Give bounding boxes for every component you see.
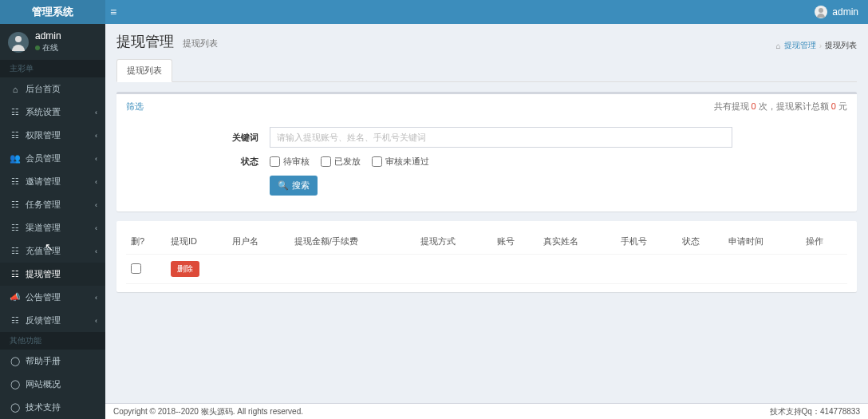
- dashboard-icon: ☷: [10, 315, 21, 326]
- status-option[interactable]: 已发放: [321, 156, 361, 168]
- status-option[interactable]: 待审核: [270, 156, 310, 168]
- home-icon: ⌂: [10, 85, 21, 94]
- user-avatar-icon: [8, 32, 29, 53]
- chevron-left-icon: ‹: [95, 178, 97, 186]
- sidebar-item-label: 后台首页: [26, 83, 61, 95]
- sidebar-item-网站概况[interactable]: ◯网站概况: [0, 373, 105, 396]
- chevron-left-icon: ‹: [95, 201, 97, 209]
- sidebar-item-反馈管理[interactable]: ☷反馈管理‹: [0, 309, 105, 332]
- sidebar-item-渠道管理[interactable]: ☷渠道管理‹: [0, 216, 105, 239]
- page-title: 提现管理 提现列表: [116, 32, 218, 51]
- kw-label: 关键词: [126, 132, 270, 144]
- status-option[interactable]: 审核未通过: [372, 156, 429, 168]
- tab-withdraw-list[interactable]: 提现列表: [116, 59, 172, 82]
- filter-header: 筛选 共有提现 0 次，提现累计总额 0 元: [116, 94, 857, 119]
- sidebar-item-label: 邀请管理: [26, 176, 61, 188]
- sidebar-item-会员管理[interactable]: 👥会员管理‹: [0, 147, 105, 170]
- table-col: 操作: [801, 229, 848, 255]
- sidebar-toggle-icon[interactable]: ≡: [110, 6, 116, 18]
- sidebar-item-label: 权限管理: [26, 129, 61, 141]
- footer-right: 技术支持Qq：414778833: [770, 406, 860, 417]
- status-options: 待审核已发放审核未通过: [270, 156, 429, 168]
- chevron-left-icon: ‹: [95, 224, 97, 232]
- filter-box: 筛选 共有提现 0 次，提现累计总额 0 元 关键词 状态 待审核已发放审核未通…: [116, 92, 857, 211]
- dashboard-icon: ☷: [10, 107, 21, 117]
- status-checkbox[interactable]: [372, 156, 382, 167]
- sidebar-item-充值管理[interactable]: ☷充值管理‹: [0, 239, 105, 263]
- select-all-checkbox[interactable]: [131, 263, 141, 274]
- chevron-left-icon: ‹: [95, 294, 97, 302]
- dashboard-icon: ☷: [10, 176, 21, 187]
- navbar: ≡ admin: [105, 6, 868, 18]
- sidebar-item-帮助手册[interactable]: ◯帮助手册: [0, 350, 105, 373]
- dashboard-icon: ☷: [10, 269, 21, 279]
- user-avatar-icon: [815, 6, 827, 18]
- sidebar-item-技术支持[interactable]: ◯技术支持: [0, 396, 105, 419]
- keyword-input[interactable]: [270, 127, 732, 148]
- table-col: 状态: [677, 229, 724, 255]
- table-box: 删?提现ID用户名提现金额/手续费提现方式账号真实姓名手机号状态申请时间操作 删…: [116, 221, 857, 292]
- sidebar-item-后台首页[interactable]: ⌂后台首页: [0, 77, 105, 101]
- dashboard-icon: ☷: [10, 200, 21, 210]
- table-col: 删?: [126, 229, 166, 255]
- dashboard-icon: ☷: [10, 130, 21, 140]
- logo[interactable]: 管理系统: [0, 0, 105, 24]
- sidebar-item-邀请管理[interactable]: ☷邀请管理‹: [0, 170, 105, 193]
- bullhorn-icon: 📣: [10, 292, 21, 302]
- users-icon: 👥: [10, 153, 21, 164]
- sidebar-item-系统设置[interactable]: ☷系统设置‹: [0, 101, 105, 124]
- footer: Copyright © 2018--2020 猴头源码. All rights …: [105, 403, 868, 419]
- table-col: 提现ID: [166, 229, 227, 255]
- content-wrapper: 提现管理 提现列表 ⌂ 提现管理 › 提现列表 提现列表 筛选 共有提现 0 次…: [105, 24, 868, 403]
- status-checkbox[interactable]: [321, 156, 331, 167]
- nav-user-name: admin: [832, 6, 858, 18]
- side-section-main: 主彩单: [0, 60, 105, 77]
- table-action-row: 删除: [126, 255, 847, 284]
- search-button[interactable]: 🔍 搜索: [270, 176, 318, 196]
- sidebar-item-label: 公告管理: [26, 291, 61, 303]
- withdraw-table: 删?提现ID用户名提现金额/手续费提现方式账号真实姓名手机号状态申请时间操作 删…: [126, 229, 847, 284]
- chevron-left-icon: ‹: [95, 155, 97, 163]
- sidebar-item-label: 帮助手册: [26, 355, 61, 367]
- table-col: 账号: [492, 229, 539, 255]
- table-col: 真实姓名: [539, 229, 615, 255]
- user-status: 在线: [42, 43, 58, 52]
- table-col: 提现金额/手续费: [290, 229, 416, 255]
- sidebar-item-公告管理[interactable]: 📣公告管理‹: [0, 286, 105, 309]
- circle-icon: ◯: [10, 356, 21, 366]
- sidebar-item-提现管理[interactable]: ☷提现管理: [0, 263, 105, 286]
- status-checkbox[interactable]: [270, 156, 280, 167]
- table-col: 提现方式: [416, 229, 492, 255]
- user-panel: admin 在线: [0, 24, 105, 60]
- table-col: 申请时间: [724, 229, 800, 255]
- dashboard-icon: ☷: [10, 223, 21, 233]
- sidebar-item-label: 充值管理: [26, 245, 61, 257]
- table-col: 手机号: [616, 229, 677, 255]
- chevron-left-icon: ‹: [95, 317, 97, 325]
- nav-user[interactable]: admin: [815, 6, 858, 18]
- sidebar-item-任务管理[interactable]: ☷任务管理‹: [0, 193, 105, 216]
- dashboard-icon: ⌂: [776, 42, 781, 50]
- sidebar: admin 在线 主彩单 ⌂后台首页☷系统设置‹☷权限管理‹👥会员管理‹☷邀请管…: [0, 24, 105, 419]
- filter-title: 筛选: [126, 101, 144, 113]
- footer-left: Copyright © 2018--2020 猴头源码. All rights …: [113, 406, 303, 417]
- content-header: 提现管理 提现列表 ⌂ 提现管理 › 提现列表: [105, 24, 868, 56]
- delete-button[interactable]: 删除: [171, 261, 199, 277]
- table-col: 用户名: [227, 229, 289, 255]
- breadcrumb-root[interactable]: 提现管理: [784, 40, 816, 51]
- sidebar-item-label: 渠道管理: [26, 222, 61, 234]
- breadcrumb-current: 提现列表: [825, 40, 857, 51]
- sidebar-item-label: 反馈管理: [26, 314, 61, 326]
- search-icon: 🔍: [278, 180, 289, 191]
- chevron-left-icon: ‹: [95, 132, 97, 140]
- table-header-row: 删?提现ID用户名提现金额/手续费提现方式账号真实姓名手机号状态申请时间操作: [126, 229, 847, 255]
- top-header: 管理系统 ≡ admin: [0, 0, 868, 24]
- chevron-left-icon: ‹: [95, 247, 97, 255]
- sidebar-item-权限管理[interactable]: ☷权限管理‹: [0, 124, 105, 147]
- dashboard-icon: ☷: [10, 246, 21, 256]
- sidebar-item-label: 网站概况: [26, 378, 61, 390]
- sidebar-item-label: 系统设置: [26, 106, 61, 118]
- online-dot-icon: [35, 45, 40, 50]
- filter-summary: 共有提现 0 次，提现累计总额 0 元: [714, 101, 848, 113]
- circle-icon: ◯: [10, 379, 21, 389]
